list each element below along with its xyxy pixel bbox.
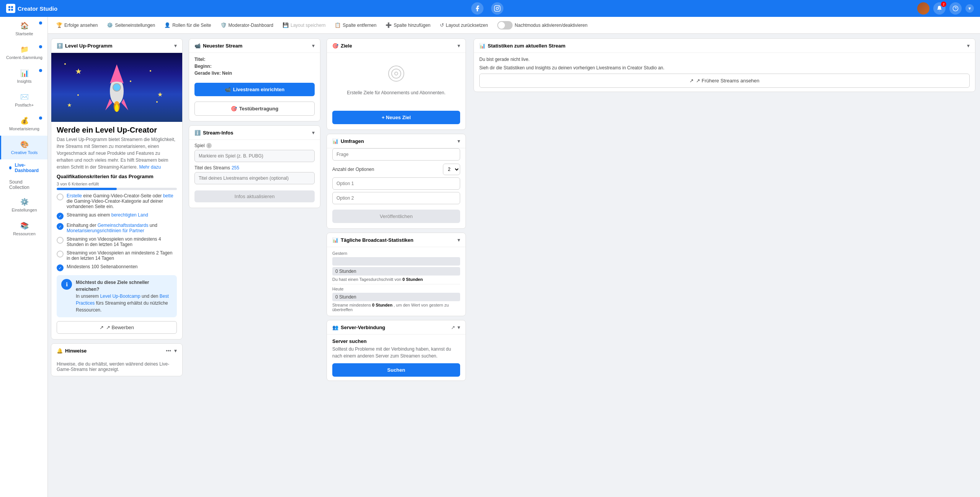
sidebar-item-monetization[interactable]: 💰 Monetarisierung [0,112,47,136]
notifications-more-icon[interactable]: ••• [166,348,171,354]
criteria-link-embed[interactable]: bette [163,193,173,198]
criteria-check-1 [57,194,64,200]
save-layout-button[interactable]: 💾 Layout speichern [279,20,329,30]
night-mode-switch[interactable] [497,21,513,30]
polls-collapse[interactable]: ▾ [457,138,460,144]
help-button[interactable] [949,2,962,15]
criteria-check-4 [57,237,64,244]
info-box-icon: ℹ [61,279,72,290]
livestream-icon: 📹 [225,87,231,92]
update-info-button[interactable]: Infos aktualisieren [194,190,315,202]
svg-point-10 [113,84,121,91]
server-collapse[interactable]: ▾ [457,324,460,330]
notifications-button[interactable]: 2 [933,2,946,15]
page-settings-icon: ⚙️ [107,22,113,28]
prev-streams-button[interactable]: ↗ ↗ Frühere Streams ansehen [479,74,970,88]
new-goal-button[interactable]: + Neues Ziel [332,111,460,124]
facebook-icon[interactable] [471,2,483,15]
live-stats-offline-text: Du bist gerade nicht live. [479,57,970,62]
criteria-link-country[interactable]: berechtigten Land [111,212,148,218]
reset-layout-button[interactable]: ↺ Layout zurücksetzen [436,20,492,30]
topbar-left: Creator Studio [6,4,57,13]
night-mode-toggle[interactable]: Nachtmodus aktivieren/deaktivieren [493,20,591,31]
sidebar-item-insights[interactable]: 📊 Insights [0,64,47,88]
live-stats-collapse[interactable]: ▾ [967,43,970,49]
live-stats-title: 📊 Statistiken zum aktuellen Stream [479,43,565,49]
poll-options-count-select[interactable]: 2 3 4 [443,164,460,175]
sidebar-item-settings[interactable]: ⚙️ Einstellungen [0,193,47,217]
rocket-svg [98,57,136,118]
poll-option-2-input[interactable] [332,192,460,204]
topbar: Creator Studio 2 ▼ [0,0,980,17]
criteria-link-monetization[interactable]: Monetarisierungsrichtlinien für Partner [67,228,144,233]
notifications-collapse-icon[interactable]: ▾ [174,348,177,354]
achievements-button[interactable]: 🏆 Erfolge ansehen [52,20,101,30]
goals-empty-text: Erstelle Ziele für Abonnements und Abonn… [347,90,446,95]
bootcamp-link[interactable]: Level Up-Bootcamp [100,294,140,299]
sidebar-item-inbox[interactable]: ✉️ Postfach+ [0,88,47,112]
live-stats-body: Du bist gerade nicht live. Sieh dir die … [474,53,975,92]
criteria-link-create[interactable]: Erstelle [67,193,82,198]
poll-publish-button[interactable]: Veröffentlichen [332,210,460,223]
avg-info: Du hast einen Tagesdurchschnitt von 0 St… [332,277,460,282]
poll-option-1-input[interactable] [332,177,460,190]
sidebar-item-creative-tools[interactable]: 🎨 Creative Tools [0,136,47,159]
poll-question-input[interactable] [332,148,460,161]
server-external-icon[interactable]: ↗ [451,325,455,330]
server-search-button[interactable]: Suchen [332,363,460,377]
prev-streams-icon: ↗ [689,78,694,84]
criteria-check-3: ✓ [57,223,64,230]
svg-point-12 [115,104,119,112]
sidebar-item-content-label: Content-Sammlung [6,55,42,60]
level-up-title: ⬆️ Level Up-Programm [57,43,113,49]
moderator-button[interactable]: 🛡️ Moderator-Dashboard [217,20,277,30]
stream-live-value: Nein [222,71,232,76]
remove-column-button[interactable]: 📋 Spalte entfernen [331,20,380,30]
add-column-button[interactable]: ➕ Spalte hinzufügen [382,20,434,30]
sidebar-item-live-dashboard[interactable]: Live-Dashboard [0,159,47,176]
roles-button[interactable]: 👤 Rollen für die Seite [160,20,215,30]
game-input[interactable] [194,150,315,162]
notifications-actions: ••• ▾ [166,348,177,354]
notification-badge: 2 [941,2,946,7]
test-stream-icon: 🎯 [231,106,237,112]
criteria-text-2: Streaming aus einem berechtigten Land [67,212,148,218]
stream-icon: 📹 [194,43,201,49]
broadcast-stats-collapse[interactable]: ▾ [457,237,460,243]
svg-point-15 [395,72,398,75]
content-icon: 📁 [20,45,29,54]
game-label: Spiel i [194,143,315,148]
char-count: 255 [232,165,239,171]
remove-column-icon: 📋 [335,22,341,28]
sidebar-item-sound-collection[interactable]: Sound Collection [0,176,47,193]
livestream-setup-button[interactable]: 📹 Livestream einrichten [194,83,315,96]
more-link[interactable]: Mehr dazu [139,164,161,170]
add-column-icon: ➕ [385,22,392,28]
criteria-item-6: ✓ Mindestens 100 Seitenabonnenten [57,264,177,271]
sidebar-item-creative-tools-label: Creative Tools [11,150,38,155]
topbar-logo[interactable]: Creator Studio [6,4,57,13]
test-stream-button[interactable]: 🎯 Testübertragung [194,102,315,116]
sidebar-item-home[interactable]: 🏠 Startseite [0,17,47,41]
home-icon: 🏠 [20,21,29,30]
stream-title-input[interactable] [194,172,315,184]
instagram-icon[interactable] [491,2,503,15]
level-up-collapse-icon[interactable]: ▾ [174,43,177,49]
level-up-hero-title: Werde ein Level Up-Creator [57,126,177,135]
yesterday-bar [332,257,460,266]
sidebar-item-content[interactable]: 📁 Content-Sammlung [0,41,47,64]
newest-stream-collapse[interactable]: ▾ [312,43,315,49]
topbar-dropdown-button[interactable]: ▼ [965,4,974,13]
stream-info-collapse[interactable]: ▾ [312,130,315,136]
sidebar-item-insights-label: Insights [17,79,32,84]
sidebar-item-resources[interactable]: 📚 Ressourcen [0,217,47,241]
apply-button[interactable]: ↗ ↗ Bewerben [57,321,177,334]
goals-collapse[interactable]: ▾ [457,43,460,49]
min-value: 0 Stunden [372,303,392,307]
avatar[interactable] [917,2,929,15]
page-settings-button[interactable]: ⚙️ Seiteneinstellungen [103,20,159,30]
criteria-link-community[interactable]: Gemeinschaftsstandards [98,223,149,228]
live-dashboard-dot [9,166,11,169]
server-search-desc: Solltest du Probleme mit der Verbindung … [332,346,460,359]
server-body: Server suchen Solltest du Probleme mit d… [327,335,466,381]
